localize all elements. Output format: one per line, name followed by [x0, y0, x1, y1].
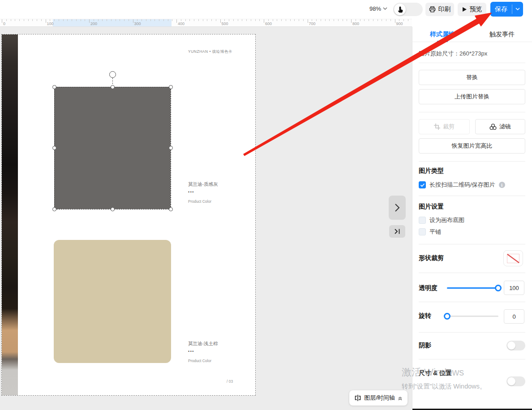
canvas-background-checkbox[interactable]: [419, 217, 426, 224]
background-photo[interactable]: [2, 34, 18, 395]
print-label: 印刷: [438, 5, 451, 13]
divider: [419, 273, 525, 273]
toggle-knob: [507, 342, 515, 350]
toolbar: 98% 印刷 预览 保存: [0, 0, 532, 19]
panel-skip-button[interactable]: [389, 225, 405, 238]
rotation-handle[interactable]: [109, 71, 116, 78]
save-button[interactable]: 保存: [490, 2, 523, 17]
opacity-heading: 透明度: [419, 284, 438, 292]
ruler-selection-highlight: [53, 19, 172, 27]
save-dropdown-button[interactable]: [512, 2, 523, 17]
rotation-value-input[interactable]: 0: [504, 309, 524, 324]
swatch-caption: Product Color: [188, 199, 211, 204]
shadow-heading: 阴影: [419, 342, 431, 350]
brand-text: YUNZHAN • 缤绘博色卡: [188, 49, 232, 55]
resize-handle-tm[interactable]: [111, 85, 115, 89]
no-shape-icon: [507, 254, 519, 263]
hand-knob: [394, 4, 406, 15]
zoom-level-control[interactable]: 98%: [369, 5, 387, 12]
shape-crop-heading: 形状裁剪: [419, 254, 444, 262]
opacity-value-input[interactable]: 100: [504, 281, 524, 295]
panel-tabs: 样式属性 触发事件: [412, 27, 532, 42]
divider: [419, 112, 525, 112]
upload-replace-button[interactable]: 上传图片替换: [419, 89, 525, 104]
resize-handle-bl[interactable]: [52, 207, 56, 211]
hand-mode-toggle[interactable]: [393, 3, 423, 16]
crop-label: 裁剪: [443, 123, 455, 131]
divider: [419, 302, 525, 302]
toggle-knob: [507, 377, 515, 385]
shape-crop-button[interactable]: [503, 250, 523, 266]
tile-label: 平铺: [429, 228, 441, 236]
resize-handle-tl[interactable]: [52, 85, 56, 89]
resize-handle-mr[interactable]: [169, 146, 173, 150]
app-window: 98% 印刷 预览 保存: [0, 0, 532, 410]
skip-right-icon: [394, 228, 401, 235]
opacity-slider-track[interactable]: [447, 287, 498, 289]
canvas-background-label: 设为画布底图: [429, 216, 464, 224]
divider: [419, 63, 525, 63]
shadow-toggle[interactable]: [506, 341, 525, 350]
layers-timeline-button[interactable]: 图层/时间轴: [349, 390, 408, 406]
resize-handle-ml[interactable]: [52, 146, 56, 150]
swatch-beige[interactable]: [54, 240, 171, 363]
qr-scan-checkbox[interactable]: [419, 181, 426, 188]
resize-handle-bm[interactable]: [111, 207, 115, 211]
info-icon[interactable]: i: [499, 182, 505, 188]
image-type-heading: 图片类型: [419, 167, 444, 175]
divider: [419, 161, 525, 162]
original-size-label: 图片原始尺寸：260*273px: [419, 50, 487, 58]
double-chevron-up-icon: [398, 396, 403, 401]
filter-label: 滤镜: [499, 123, 511, 131]
panel-expand-button[interactable]: [389, 196, 406, 220]
properties-panel: 样式属性 触发事件 图片原始尺寸：260*273px 替换 上传图片替换 裁剪 …: [412, 27, 532, 410]
swatch-name: 莫兰迪-浅土棕: [188, 341, 218, 347]
image-settings-heading: 图片设置: [419, 203, 444, 211]
canvas-area[interactable]: YUNZHAN • 缤绘博色卡 莫兰迪-质感灰 ••• Product Colo…: [0, 27, 412, 410]
divider: [419, 332, 525, 333]
size-position-toggle[interactable]: [506, 376, 525, 386]
layers-timeline-icon: [354, 394, 361, 401]
divider: [419, 359, 525, 359]
tab-style-properties[interactable]: 样式属性: [412, 27, 472, 42]
chevron-down-icon: [515, 8, 520, 11]
swatch-name: 莫兰迪-质感灰: [188, 181, 218, 188]
crop-icon: [434, 124, 440, 130]
tab-trigger-events[interactable]: 触发事件: [472, 27, 532, 42]
print-button[interactable]: 印刷: [425, 3, 454, 16]
tile-option-row: 平铺: [419, 228, 441, 236]
play-icon: [462, 7, 467, 12]
canvas-background-option-row: 设为画布底图: [419, 216, 464, 224]
save-label: 保存: [490, 2, 512, 17]
chevron-right-icon: [394, 203, 400, 212]
resize-handle-tr[interactable]: [169, 85, 173, 89]
swatch-dots: •••: [188, 349, 194, 354]
swatch-dots: •••: [188, 190, 194, 194]
crop-button[interactable]: 裁剪: [419, 119, 470, 134]
check-icon: [420, 183, 425, 187]
swatch-gray[interactable]: [54, 87, 171, 209]
preview-label: 预览: [470, 5, 482, 13]
hand-tap-icon: [397, 6, 403, 13]
restore-aspect-ratio-button[interactable]: 恢复图片宽高比: [419, 138, 525, 154]
rotation-heading: 旋转: [419, 312, 431, 320]
resize-handle-br[interactable]: [169, 207, 173, 211]
zoom-level-value: 98%: [369, 5, 381, 12]
ruler: 0100200300400500600700800900: [0, 19, 412, 27]
qr-scan-label: 长按扫描二维码/保存图片: [429, 181, 495, 189]
chevron-down-icon: [383, 7, 387, 10]
qr-scan-option-row: 长按扫描二维码/保存图片 i: [419, 181, 505, 189]
opacity-slider-handle[interactable]: [495, 285, 502, 291]
printer-icon: [429, 6, 436, 13]
preview-button[interactable]: 预览: [458, 3, 486, 16]
filter-icon: [489, 124, 497, 130]
tile-checkbox[interactable]: [419, 228, 426, 235]
divider: [419, 244, 525, 244]
divider: [419, 196, 525, 196]
swatch-caption: Product Color: [188, 359, 211, 363]
layers-timeline-label: 图层/时间轴: [364, 394, 395, 402]
rotation-slider-track[interactable]: [447, 316, 498, 317]
filter-button[interactable]: 滤镜: [475, 119, 525, 134]
replace-button[interactable]: 替换: [419, 70, 525, 85]
rotation-slider-handle[interactable]: [444, 313, 450, 320]
